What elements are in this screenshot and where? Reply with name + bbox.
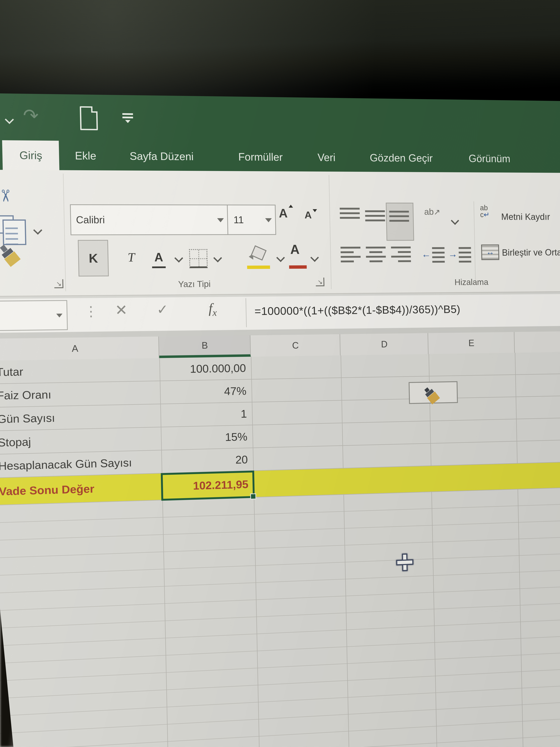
- tab-page-layout[interactable]: Sayfa Düzeni: [113, 141, 210, 171]
- formula-bar-separator: [245, 298, 247, 327]
- group-separator: [63, 174, 66, 291]
- clipboard-dialog-launcher[interactable]: ↘: [54, 279, 63, 288]
- cell-a1[interactable]: Tutar: [0, 365, 23, 379]
- ribbon: Yapıştır ✂ Pano ↘ Calibri 11 A A K T A: [0, 170, 560, 297]
- font-color-swatch: [289, 265, 307, 268]
- fill-color-icon[interactable]: [248, 246, 269, 263]
- align-middle-icon[interactable]: [365, 210, 385, 224]
- borders-chevron-icon[interactable]: [215, 255, 221, 262]
- cut-icon[interactable]: ✂: [0, 189, 16, 203]
- font-name-combobox[interactable]: Calibri: [70, 204, 228, 235]
- quick-access-toolbar: ↶ ↷: [0, 93, 560, 144]
- cell-a4[interactable]: Stopaj: [0, 435, 31, 449]
- tab-view[interactable]: Görünüm: [458, 144, 521, 173]
- formula-bar-handle-icon[interactable]: ⋮: [84, 303, 98, 319]
- tab-formulas[interactable]: Formüller: [221, 142, 299, 171]
- italic-button[interactable]: T: [121, 240, 142, 275]
- group-separator: [474, 201, 476, 281]
- cell-a5[interactable]: Hesaplanacak Gün Sayısı: [0, 456, 132, 473]
- undo-menu-chevron-icon[interactable]: [6, 117, 13, 123]
- cell-b4[interactable]: 15%: [161, 430, 247, 445]
- new-document-icon[interactable]: [80, 106, 98, 130]
- cell-a3[interactable]: Gün Sayısı: [0, 411, 55, 426]
- tab-home[interactable]: Giriş: [2, 140, 59, 170]
- worksheet: A B C D E Tutar 100.000,00 Faiz O: [0, 326, 560, 747]
- copy-menu-chevron-icon[interactable]: [34, 227, 41, 234]
- ribbon-tabs: Dosya Giriş Ekle Sayfa Düzeni Formüller …: [0, 140, 560, 173]
- align-bottom-button[interactable]: [386, 203, 414, 241]
- column-header-f[interactable]: [514, 331, 560, 353]
- hovered-cell-outline: [408, 381, 458, 404]
- customize-qat-button[interactable]: [123, 113, 133, 123]
- column-header-d[interactable]: D: [340, 333, 428, 355]
- formula-input[interactable]: =100000*((1+(($B$2*(1-$B$4))/365))^B5): [255, 303, 460, 318]
- column-header-b[interactable]: B: [159, 335, 251, 358]
- name-box-dropdown-icon[interactable]: [56, 314, 62, 317]
- cell-b2[interactable]: 47%: [160, 384, 246, 399]
- tab-review[interactable]: Gözden Geçir: [353, 143, 449, 172]
- bold-button[interactable]: K: [78, 240, 109, 277]
- increase-indent-bars-icon: [458, 247, 471, 265]
- column-header-a[interactable]: A: [0, 336, 159, 361]
- active-cell-selection-border[interactable]: [161, 470, 255, 501]
- font-group-label: Yazı Tipi: [163, 279, 225, 289]
- insert-function-button[interactable]: fx: [208, 300, 217, 318]
- format-painter-cursor-icon: [419, 379, 447, 407]
- increase-indent-icon[interactable]: →: [448, 249, 457, 260]
- font-color-chevron-icon[interactable]: [312, 255, 318, 261]
- tab-data[interactable]: Veri: [310, 143, 343, 172]
- increase-font-button[interactable]: A: [279, 206, 288, 220]
- align-bottom-icon: [389, 211, 409, 224]
- merge-center-icon[interactable]: ↔: [481, 244, 499, 260]
- decrease-indent-icon[interactable]: ←: [422, 249, 431, 260]
- decrease-indent-bars-icon: [432, 247, 445, 265]
- font-size-combobox[interactable]: 11: [227, 205, 276, 235]
- enter-button[interactable]: ✓: [157, 302, 168, 317]
- font-name-dropdown-icon[interactable]: [217, 218, 224, 222]
- borders-icon[interactable]: [189, 249, 208, 268]
- cell-b5[interactable]: 20: [161, 453, 248, 468]
- font-color-button[interactable]: A: [290, 242, 300, 257]
- title-bar: ↶ ↷ Dosya Giriş Ekle Sayfa Düzeni Formül…: [0, 93, 560, 173]
- cell-a2[interactable]: Faiz Oranı: [0, 388, 51, 402]
- orientation-button[interactable]: ab↗: [424, 207, 441, 217]
- align-left-icon[interactable]: [341, 247, 361, 265]
- cell-b3[interactable]: 1: [160, 407, 247, 422]
- font-dialog-launcher[interactable]: ↘: [316, 278, 324, 286]
- cancel-button[interactable]: ✕: [115, 302, 128, 319]
- wrap-text-label[interactable]: Metni Kaydır: [501, 212, 550, 222]
- excel-window: ↶ ↷ Dosya Giriş Ekle Sayfa Düzeni Formül…: [0, 93, 560, 747]
- column-header-e[interactable]: E: [428, 332, 515, 354]
- underline-button[interactable]: A: [147, 240, 170, 275]
- align-center-icon[interactable]: [366, 247, 386, 265]
- font-size-value: 11: [233, 214, 244, 226]
- cell-b1[interactable]: 100.000,00: [159, 361, 246, 376]
- tab-insert[interactable]: Ekle: [69, 141, 102, 171]
- photo-frame: ↶ ↷ Dosya Giriş Ekle Sayfa Düzeni Formül…: [0, 0, 560, 747]
- wrap-text-icon[interactable]: ab c↵: [480, 204, 490, 218]
- font-size-dropdown-icon[interactable]: [265, 218, 272, 222]
- cell-a6[interactable]: Vade Sonu Değer: [0, 482, 95, 498]
- orientation-chevron-icon[interactable]: [452, 218, 458, 224]
- align-top-icon[interactable]: [340, 208, 360, 222]
- copy-icon[interactable]: [0, 215, 14, 234]
- cell-cursor-icon: [396, 553, 414, 571]
- fill-color-swatch: [247, 265, 270, 269]
- decrease-font-button[interactable]: A: [304, 209, 312, 221]
- underline-chevron-icon[interactable]: [176, 255, 182, 262]
- merge-center-label[interactable]: Birleştir ve Ortala: [502, 247, 560, 258]
- align-right-icon[interactable]: [391, 247, 411, 265]
- font-name-value: Calibri: [76, 214, 105, 226]
- group-separator: [329, 175, 332, 289]
- alignment-group-label: Hizalama: [454, 277, 488, 287]
- column-header-c[interactable]: C: [250, 334, 341, 357]
- redo-button[interactable]: ↷: [23, 106, 39, 125]
- fill-color-chevron-icon[interactable]: [277, 255, 284, 262]
- name-box[interactable]: [0, 300, 68, 331]
- cell-grid: Tutar 100.000,00 Faiz Oranı 47% Gün Sayı…: [0, 352, 560, 747]
